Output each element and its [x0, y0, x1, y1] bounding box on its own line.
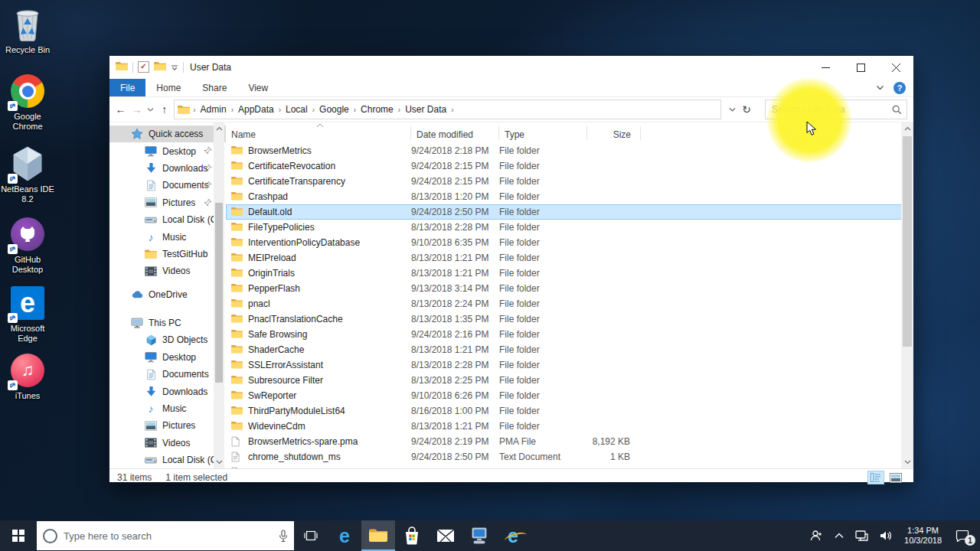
tray-network-icon[interactable] [849, 520, 874, 551]
taskbar-app-edge[interactable]: e [328, 520, 361, 551]
recent-locations-chevron[interactable] [146, 107, 155, 112]
column-header-name[interactable]: Name [226, 126, 411, 140]
ribbon-tab-home[interactable]: Home [145, 79, 191, 96]
scroll-up-icon[interactable] [214, 122, 224, 135]
breadcrumb-segment[interactable]: AppData [235, 104, 277, 115]
breadcrumb-chevron-icon[interactable]: › [311, 106, 316, 114]
sidebar-item-pictures[interactable]: Pictures [109, 194, 226, 211]
file-row[interactable]: OriginTrials 8/13/2018 1:21 PM File fold… [226, 266, 913, 281]
sidebar-item-downloads[interactable]: Downloads [109, 383, 226, 399]
tray-people-icon[interactable] [805, 520, 829, 551]
details-view-button[interactable] [867, 471, 884, 484]
file-row[interactable]: SSLErrorAssistant 8/13/2018 2:28 PM File… [226, 357, 913, 373]
desktop-icon-recycle-bin[interactable]: Recycle Bin [0, 6, 55, 55]
taskbar-search-input[interactable] [57, 530, 279, 542]
large-icons-view-button[interactable] [887, 471, 904, 484]
sidebar-item-videos[interactable]: Videos [109, 435, 226, 452]
task-view-button[interactable] [294, 520, 328, 551]
sidebar-item-local-disk-c-[interactable]: Local Disk (C:) [109, 452, 226, 468]
ribbon-tab-view[interactable]: View [237, 79, 279, 96]
minimize-button[interactable] [808, 56, 843, 79]
file-row[interactable]: InterventionPolicyDatabase 9/10/2018 6:3… [226, 235, 913, 250]
file-row[interactable]: BrowserMetrics 9/24/2018 2:18 PM File fo… [226, 143, 913, 158]
address-dropdown-chevron[interactable] [729, 107, 736, 112]
column-header-type[interactable]: Type [499, 126, 587, 140]
title-bar[interactable]: ✓ User Data [109, 56, 913, 79]
forward-button[interactable]: → [130, 103, 143, 116]
taskbar-app-file-explorer[interactable] [361, 520, 395, 551]
close-button[interactable] [878, 56, 913, 79]
file-row[interactable]: ShaderCache 8/13/2018 1:21 PM File folde… [226, 342, 913, 357]
sidebar-scrollbar[interactable] [214, 122, 224, 468]
file-row[interactable]: FileTypePolicies 8/13/2018 2:28 PM File … [226, 220, 913, 235]
file-row[interactable]: PepperFlash 9/13/2018 3:14 PM File folde… [226, 281, 913, 296]
breadcrumb-segment[interactable]: User Data [402, 104, 449, 115]
sidebar-item-desktop[interactable]: Desktop [109, 142, 226, 159]
sidebar-item-videos[interactable]: Videos [109, 262, 226, 279]
scroll-down-icon[interactable] [214, 456, 224, 468]
file-row[interactable]: Crashpad 8/13/2018 1:20 PM File folder [226, 189, 913, 204]
file-list-scrollbar-thumb[interactable] [903, 136, 912, 347]
properties-checkbox-icon[interactable]: ✓ [138, 61, 149, 73]
file-row[interactable]: Subresource Filter 8/13/2018 2:25 PM Fil… [226, 373, 913, 388]
sidebar-item-onedrive[interactable]: OneDrive [109, 286, 226, 303]
sidebar-item-3d-objects[interactable]: 3D Objects [109, 331, 226, 348]
breadcrumb-segment[interactable]: Chrome [358, 104, 397, 115]
sidebar-item-local-disk-c-[interactable]: Local Disk (C:) [109, 211, 226, 228]
refresh-icon[interactable]: ↻ [742, 103, 751, 116]
scroll-up-icon[interactable] [901, 122, 913, 135]
file-row[interactable]: WidevineCdm 8/13/2018 1:21 PM File folde… [226, 419, 913, 434]
desktop-icon-netbeans-ide[interactable]: NetBeans IDE 8.2 [0, 145, 55, 204]
customize-quick-access-chevron[interactable] [171, 64, 178, 71]
breadcrumb-segment[interactable]: Admin [198, 104, 230, 115]
sidebar-item-quick-access[interactable]: Quick access [109, 126, 226, 142]
ribbon-tab-file[interactable]: File [109, 79, 145, 96]
desktop-icon-itunes[interactable]: ♫ iTunes [0, 352, 55, 401]
address-bar[interactable]: ›Admin›AppData›Local›Google›Chrome›User … [174, 99, 721, 119]
column-header-size[interactable]: Size [587, 126, 641, 140]
file-row[interactable]: ThirdPartyModuleList64 8/16/2018 1:00 PM… [226, 403, 913, 419]
start-button[interactable] [0, 520, 37, 551]
sidebar-item-desktop[interactable]: Desktop [109, 349, 226, 366]
search-icon[interactable] [892, 105, 902, 115]
file-row[interactable]: PnaclTranslationCache 8/13/2018 1:35 PM … [226, 311, 913, 327]
microphone-icon[interactable] [279, 530, 288, 543]
sidebar-item-documents[interactable]: Documents [109, 366, 226, 383]
up-button[interactable]: ↑ [158, 103, 171, 116]
file-row[interactable]: CertificateRevocation 9/24/2018 2:15 PM … [226, 158, 913, 174]
breadcrumb-chevron-icon[interactable]: › [449, 106, 455, 114]
ribbon-tab-share[interactable]: Share [191, 79, 237, 96]
file-row[interactable]: BrowserMetrics-spare.pma 9/24/2018 2:19 … [226, 434, 913, 449]
taskbar-app-internet-explorer[interactable]: e [496, 520, 530, 551]
file-row[interactable]: Safe Browsing 9/24/2018 2:16 PM File fol… [226, 327, 913, 342]
sidebar-item-music[interactable]: ♪ Music [109, 228, 226, 245]
sidebar-item-documents[interactable]: Documents [109, 177, 226, 194]
taskbar-app-mail[interactable] [429, 520, 462, 551]
sidebar-item-music[interactable]: ♪ Music [109, 400, 226, 417]
scroll-down-icon[interactable] [901, 456, 913, 468]
taskbar-app-computer[interactable] [462, 520, 496, 551]
file-row[interactable]: Default.old 9/24/2018 2:50 PM File folde… [226, 204, 913, 220]
maximize-button[interactable] [843, 56, 878, 79]
taskbar-app-store[interactable] [395, 520, 429, 551]
sidebar-item-downloads[interactable]: Downloads [109, 160, 226, 177]
breadcrumb-segment[interactable]: Google [316, 104, 352, 115]
file-row[interactable]: pnacl 8/13/2018 2:24 PM File folder [226, 296, 913, 311]
help-icon[interactable]: ? [893, 82, 906, 94]
file-row[interactable]: MEIPreload 8/13/2018 1:21 PM File folder [226, 250, 913, 266]
tray-volume-icon[interactable] [874, 520, 898, 551]
desktop-icon-github-desktop[interactable]: GitHub Desktop [0, 216, 55, 275]
file-row-partial[interactable] [226, 465, 913, 468]
breadcrumb-chevron-icon[interactable]: › [397, 106, 402, 114]
action-center-button[interactable]: 1 [948, 520, 980, 551]
file-row[interactable]: SwReporter 9/10/2018 6:26 PM File folder [226, 388, 913, 403]
column-header-date-modified[interactable]: Date modified [411, 126, 499, 140]
breadcrumb-chevron-icon[interactable]: › [277, 106, 283, 114]
explorer-search-box[interactable] [765, 99, 907, 119]
desktop-icon-google-chrome[interactable]: Google Chrome [0, 73, 55, 132]
breadcrumb-chevron-icon[interactable]: › [191, 106, 197, 114]
expand-ribbon-chevron-icon[interactable] [876, 85, 884, 91]
breadcrumb-chevron-icon[interactable]: › [352, 106, 358, 114]
file-row[interactable]: CertificateTransparency 9/24/2018 2:15 P… [226, 174, 913, 189]
back-button[interactable]: ← [114, 103, 127, 116]
